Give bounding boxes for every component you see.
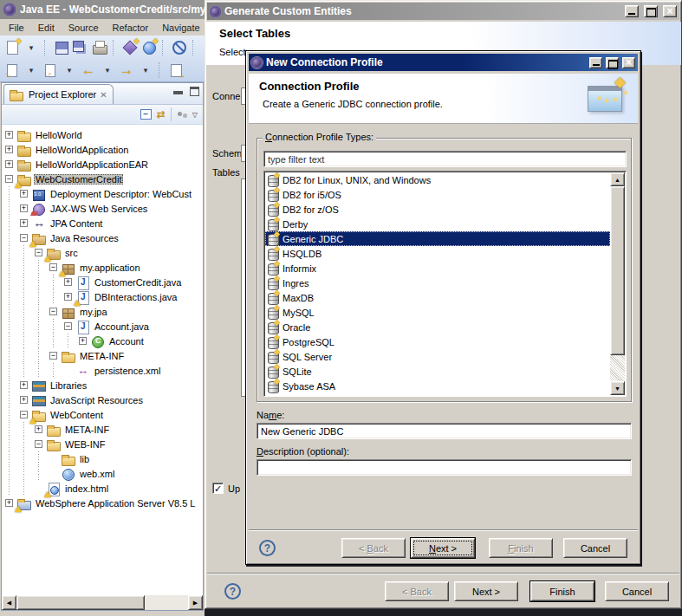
update-persistence-checkbox[interactable]: ✓	[212, 483, 224, 494]
dropdown-icon[interactable]	[137, 62, 154, 79]
scroll-left-icon[interactable]: ◀	[2, 595, 16, 610]
tree-item-lib[interactable]: lib	[2, 451, 203, 466]
profile-type-sql-server[interactable]: SQL Server	[265, 349, 610, 364]
profile-type-postgresql[interactable]: PostgreSQL	[265, 334, 610, 349]
expand-icon[interactable]: +	[5, 146, 13, 153]
expand-icon[interactable]: +	[20, 219, 28, 227]
tree-item-deployment-descriptor-webcust[interactable]: +Deployment Descriptor: WebCust	[2, 186, 203, 201]
profile-type-db2-for-z-os[interactable]: DB2 for z/OS	[265, 202, 610, 217]
collapse-icon[interactable]: −	[35, 249, 42, 256]
new-wizard-icon[interactable]	[3, 39, 21, 56]
tree-item-src[interactable]: −src	[2, 245, 203, 260]
run-last-doc-icon[interactable]	[3, 62, 21, 79]
tree-item-jax-ws-web-services[interactable]: +JAX-WS Web Services	[2, 201, 203, 216]
description-input[interactable]	[257, 459, 632, 476]
profile-type-sybase-asa[interactable]: Sybase ASA	[265, 379, 610, 393]
scrollbar-thumb[interactable]	[16, 595, 145, 610]
expand-icon[interactable]: +	[79, 337, 87, 345]
cancel-button[interactable]: Cancel	[605, 581, 669, 601]
collapse-icon[interactable]: −	[5, 175, 13, 183]
tree-item-web-inf[interactable]: −WEB-INF	[2, 437, 203, 451]
expand-icon[interactable]: +	[20, 190, 28, 198]
minimize-icon[interactable]	[625, 5, 639, 17]
collapse-icon[interactable]: −	[20, 411, 28, 418]
expand-icon[interactable]: +	[5, 499, 13, 507]
menu-source[interactable]: Source	[62, 21, 106, 35]
collapse-icon[interactable]: −	[49, 308, 57, 315]
back-button[interactable]: < Back	[341, 538, 406, 558]
tree-item-helloworldapplication[interactable]: +HelloWorldApplication	[2, 142, 203, 157]
profile-type-informix[interactable]: Informix	[265, 261, 610, 276]
profile-type-mysql[interactable]: MySQL	[265, 305, 610, 320]
back-icon[interactable]	[80, 62, 97, 79]
tree-item-index-html[interactable]: index.html	[2, 481, 203, 496]
tree-item-my-jpa[interactable]: −my.jpa	[2, 304, 203, 319]
tree-item-account-java[interactable]: −Account.java	[2, 319, 203, 334]
scroll-right-icon[interactable]: ▶	[188, 595, 203, 610]
forward-icon[interactable]	[118, 62, 135, 79]
horizontal-scrollbar[interactable]: ◀ ▶	[2, 595, 203, 610]
scroll-up-icon[interactable]: ▲	[610, 172, 625, 186]
minimize-view-icon[interactable]	[173, 91, 183, 94]
help-icon[interactable]: ?	[259, 540, 276, 556]
collapse-icon[interactable]: −	[64, 322, 72, 330]
view-menu-arrow-icon[interactable]: ▽	[192, 111, 198, 119]
tree-item-my-application[interactable]: −my.application	[2, 260, 203, 275]
save-all-icon[interactable]	[72, 39, 89, 56]
vertical-scrollbar[interactable]: ▲ ▼	[610, 172, 625, 395]
menu-file[interactable]: File	[2, 21, 31, 35]
expand-icon[interactable]: +	[5, 131, 13, 139]
close-icon[interactable]	[622, 57, 635, 68]
collapse-icon[interactable]: −	[20, 234, 28, 242]
expand-icon[interactable]: +	[20, 381, 28, 389]
menu-navigate[interactable]: Navigate	[155, 21, 206, 35]
cancel-button[interactable]: Cancel	[563, 538, 627, 558]
link-with-editor-icon[interactable]: ⇄	[157, 108, 166, 120]
profile-type-sqlite[interactable]: SQLite	[265, 364, 610, 379]
expand-icon[interactable]: +	[5, 160, 13, 168]
tree-item-javascript-resources[interactable]: +JavaScript Resources	[2, 392, 203, 407]
tree-item-dbinteractions-java[interactable]: +DBInteractions.java	[2, 289, 203, 304]
profile-type-db2-for-i5-os[interactable]: DB2 for i5/OS	[265, 187, 610, 202]
profile-type-derby[interactable]: Derby	[265, 217, 610, 231]
menu-refactor[interactable]: Refactor	[106, 21, 156, 35]
profile-type-maxdb[interactable]: MaxDB	[265, 290, 610, 305]
tree-item-helloworldapplicationear[interactable]: +HelloWorldApplicationEAR	[2, 157, 203, 172]
close-tab-icon[interactable]: ✕	[100, 90, 107, 100]
type-filter-input[interactable]	[263, 151, 627, 167]
maximize-icon[interactable]	[606, 57, 619, 68]
expand-icon[interactable]: +	[64, 293, 72, 301]
close-icon[interactable]	[663, 5, 677, 17]
tab-project-explorer[interactable]: Project Explorer ✕	[3, 84, 114, 104]
next-button[interactable]: Next >	[411, 538, 475, 558]
tree-item-webcontent[interactable]: −WebContent	[2, 407, 203, 422]
profile-type-generic-jdbc[interactable]: Generic JDBC	[265, 231, 610, 246]
scrollbar-thumb[interactable]	[610, 186, 625, 355]
tree-item-meta-inf[interactable]: −META-INF	[2, 348, 203, 363]
skip-breakpoints-icon[interactable]	[171, 39, 188, 56]
expand-icon[interactable]: +	[64, 278, 72, 286]
maximize-view-icon[interactable]	[190, 87, 199, 96]
tree-item-meta-inf[interactable]: +META-INF	[2, 422, 203, 437]
minimize-icon[interactable]	[589, 57, 602, 68]
tree-item-helloworld[interactable]: +HelloWorld	[2, 127, 203, 142]
expand-icon[interactable]: +	[20, 396, 28, 404]
dropdown-icon[interactable]	[61, 62, 78, 79]
view-menu-icon[interactable]	[177, 111, 187, 118]
link-with-editor-icon[interactable]	[167, 62, 185, 79]
dropdown-icon[interactable]	[23, 39, 40, 56]
import-doc-icon[interactable]	[42, 62, 59, 79]
collapse-icon[interactable]: −	[49, 352, 57, 360]
print-icon[interactable]	[91, 39, 108, 56]
tree-item-libraries[interactable]: +Libraries	[2, 378, 203, 392]
maximize-icon[interactable]	[644, 5, 658, 17]
tree-item-websphere-application-server-v8-5-l[interactable]: +WebSphere Application Server V8.5 L	[2, 496, 203, 510]
profile-type-db2-for-linux-unix-and-windows[interactable]: DB2 for Linux, UNIX, and Windows	[265, 172, 610, 187]
expand-icon[interactable]: +	[35, 425, 42, 433]
dropdown-icon[interactable]	[99, 62, 116, 79]
profile-type-hsqldb[interactable]: HSQLDB	[265, 246, 610, 261]
tree-item-jpa-content[interactable]: +JPA Content	[2, 216, 203, 230]
scroll-down-icon[interactable]: ▼	[610, 381, 625, 395]
back-button[interactable]: < Back	[385, 581, 449, 601]
tree-item-customercredit-java[interactable]: +CustomerCredit.java	[2, 275, 203, 289]
